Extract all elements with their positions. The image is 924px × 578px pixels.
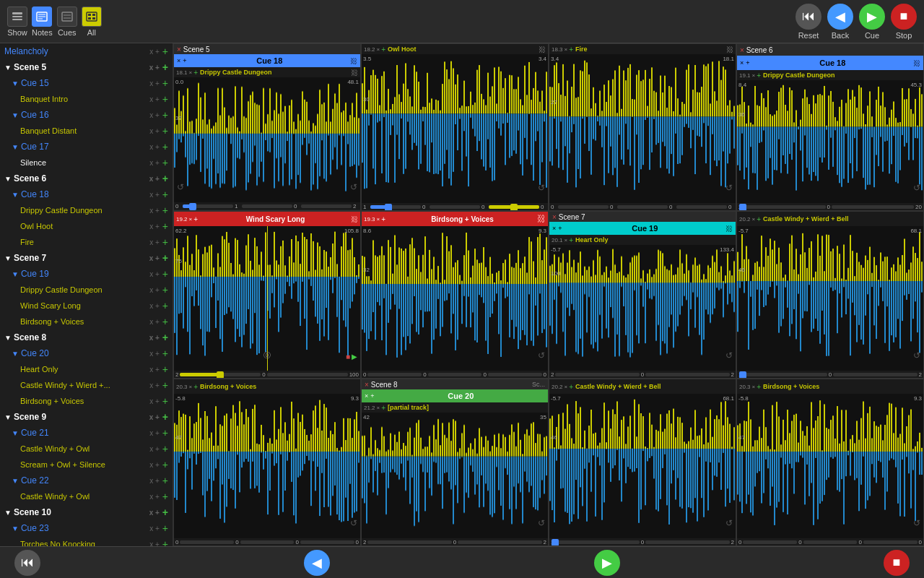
svg-rect-10 xyxy=(87,12,97,21)
reset-button[interactable]: ⏮ Reset xyxy=(796,4,821,40)
all-button[interactable]: All xyxy=(82,7,102,37)
svg-rect-11 xyxy=(88,14,91,16)
birdsong1-label: Birdsong + Voices xyxy=(20,317,149,326)
sidebar-item-banquet-distant[interactable]: Banquet Distant x + + xyxy=(0,123,173,139)
cue22-header[interactable]: ▼ Cue 22 x + + xyxy=(0,473,173,488)
top-bar: Show Notes Cues All xyxy=(0,0,924,43)
scene9-header[interactable]: ▼ Scene 9 x + + xyxy=(0,409,173,425)
content-grid: × Scene 5 × + Cue 18 ⛓ 18.1 × + Drippy C… xyxy=(173,43,924,546)
notes-button[interactable]: Notes xyxy=(32,7,53,37)
all-label: All xyxy=(87,28,96,37)
sidebar-item-drippy2[interactable]: Drippy Castle Dungeon x + + xyxy=(0,282,173,298)
sidebar-item-drippy1[interactable]: Drippy Castle Dungeon x + + xyxy=(0,202,173,218)
track-name-castle-c4: 20.2 × + Castle Windy + Wierd + Bell xyxy=(549,379,736,394)
owl-hoot-label: Owl Hoot xyxy=(20,222,149,230)
sidebar-item-melancholy[interactable]: Melancholy x + + xyxy=(0,43,173,59)
scene10-header[interactable]: ▼ Scene 10 x + + xyxy=(0,504,173,520)
waveform-fire: 3.4 18.1 27 ↺ xyxy=(549,54,736,203)
reset-label: Reset xyxy=(798,31,819,40)
cue23-header[interactable]: ▼ Cue 23 x + + xyxy=(0,520,173,536)
cue17-header[interactable]: ▼ Cue 17 x + + xyxy=(0,139,173,155)
waveform-drippy-c3: 20.1 × + Heart Only -5.7 133.4 100 ↺ 2 xyxy=(549,235,736,378)
sidebar-item-castle-owl2[interactable]: Castle Windy + Owl x + + xyxy=(0,488,173,504)
cue19-bar[interactable]: × + Cue 19 ⛓ xyxy=(549,222,736,235)
silence-label: Silence xyxy=(20,158,149,167)
scene6-header[interactable]: ▼ Scene 6 x + + xyxy=(0,171,173,186)
notes-label: Notes xyxy=(32,28,53,37)
scene5-header[interactable]: ▼ Scene 5 x + + xyxy=(0,59,173,75)
top-bar-left: Show Notes Cues All xyxy=(0,7,173,37)
main-content: Melancholy x + + ▼ Scene 5 x + + ▼ Cue 1… xyxy=(0,43,924,546)
waveform-owl: 3.5 3.4 30 ↺ xyxy=(362,54,548,203)
wf-birdsong-c3-canvas xyxy=(174,394,360,538)
transport-back[interactable]: ◀ xyxy=(304,550,330,576)
sidebar-item-heart-only[interactable]: Heart Only x + + xyxy=(0,361,173,377)
cue15-header[interactable]: ▼ Cue 15 x + + xyxy=(0,75,173,91)
stop-button[interactable]: ■ Stop xyxy=(891,4,917,40)
scene6-label: Scene 6 xyxy=(14,173,149,184)
sidebar-item-owl-hoot[interactable]: Owl Hoot x + + xyxy=(0,218,173,234)
back-button[interactable]: ◀ Back xyxy=(827,4,853,40)
scene10-label: Scene 10 xyxy=(14,507,149,517)
banquet-intro-label: Banquet Intro xyxy=(20,95,149,103)
progress-wind: 2 0 100 xyxy=(174,371,360,378)
progress-owl: 1 0 0 0 xyxy=(362,203,548,210)
cue18-bar-c1r1[interactable]: × + Cue 18 ⛓ xyxy=(174,54,360,67)
sidebar-item-castle-wierd[interactable]: Castle Windy + Wierd +... x + + xyxy=(0,377,173,393)
show-button[interactable]: Show xyxy=(7,7,27,37)
svg-rect-2 xyxy=(12,19,22,20)
castle-owl1-label: Castle Windy + Owl xyxy=(20,444,149,453)
sidebar-item-birdsong1[interactable]: Birdsong + Voices x + + xyxy=(0,314,173,329)
wf-partial-c4-canvas xyxy=(362,413,548,538)
cell-s8-r1: × Scene 8 Sc... × + Cue 20 21.2 × + [par… xyxy=(361,379,549,546)
scene9-label: Scene 9 xyxy=(14,412,149,422)
scene5-title: × Scene 5 xyxy=(174,44,360,54)
cue18-bar-c2[interactable]: × + Cue 18 ⛓ xyxy=(737,56,923,70)
cue19-header[interactable]: ▼ Cue 19 x + + xyxy=(0,266,173,282)
wf-birdsong-red-canvas xyxy=(362,226,548,371)
scene7-header[interactable]: ▼ Scene 7 x + + xyxy=(0,250,173,266)
svg-rect-0 xyxy=(12,12,22,14)
cue16-header[interactable]: ▼ Cue 16 x + + xyxy=(0,107,173,123)
sidebar-item-torches[interactable]: Torches No Knocking x + + xyxy=(0,536,173,546)
track-name-birdsong-c4: 20.3 × + Birdsong + Voices xyxy=(737,379,923,394)
track-name-birdsong-c3: 20.3 × + Birdsong + Voices xyxy=(174,379,360,394)
drippy2-label: Drippy Castle Dungeon xyxy=(20,285,149,294)
transport-stop[interactable]: ■ xyxy=(884,550,910,576)
cue20-header[interactable]: ▼ Cue 20 x + + xyxy=(0,345,173,361)
sidebar-item-scream[interactable]: Scream + Owl + Silence x + + xyxy=(0,457,173,473)
transport-play[interactable]: ▶ xyxy=(594,550,620,576)
stop-label: Stop xyxy=(896,31,912,40)
birdsong2-label: Birdsong + Voices xyxy=(20,397,149,405)
waveform-drippy-c2: 19.1 × + Drippy Castle Dungeon 8.4 45.3 … xyxy=(737,70,923,210)
cue20-label: Cue 20 xyxy=(21,348,149,358)
scene8-header[interactable]: ▼ Scene 8 x + + xyxy=(0,329,173,345)
cue23-label: Cue 23 xyxy=(21,523,149,533)
cue18-header[interactable]: ▼ Cue 18 x + + xyxy=(0,186,173,202)
sidebar-item-birdsong2[interactable]: Birdsong + Voices x + + xyxy=(0,393,173,409)
sidebar-item-banquet-intro[interactable]: Banquet Intro x + + xyxy=(0,91,173,107)
cue20-bar[interactable]: × + Cue 20 xyxy=(362,389,548,402)
top-bar-right: ⏮ Reset ◀ Back ▶ Cue ■ Stop xyxy=(796,4,924,40)
sidebar[interactable]: Melancholy x + + ▼ Scene 5 x + + ▼ Cue 1… xyxy=(0,43,173,546)
waveform-canvas-drippy-c1r1 xyxy=(174,77,360,202)
cue-button[interactable]: ▶ Cue xyxy=(859,4,885,40)
sidebar-item-wind-scary[interactable]: Wind Scary Long x + + xyxy=(0,298,173,314)
progress-fire: 0 0 0 0 xyxy=(549,203,736,210)
sidebar-item-silence[interactable]: Silence x + + xyxy=(0,155,173,171)
wf-birdsong-c4-canvas xyxy=(737,394,923,538)
cell-s7-r2: 20.2 × + Castle Windy + Wierd + Bell -5.… xyxy=(736,211,924,379)
waveform-drippy-c1r1: 0.0 48.1 37 ↺ ↺ xyxy=(174,77,360,202)
wf-castle-c4-canvas xyxy=(549,394,736,538)
melancholy-label: Melancholy xyxy=(4,46,149,56)
cue21-header[interactable]: ▼ Cue 21 x + + xyxy=(0,425,173,441)
cues-label: Cues xyxy=(58,28,77,37)
cues-button[interactable]: Cues xyxy=(57,7,77,37)
track-name-fire: 18.3 × + Fire ⛓ xyxy=(549,44,736,54)
sidebar-item-fire[interactable]: Fire x + + xyxy=(0,234,173,250)
sidebar-item-castle-owl1[interactable]: Castle Windy + Owl x + + xyxy=(0,441,173,457)
transport-reset[interactable]: ⏮ xyxy=(14,550,40,576)
wf-heart-canvas xyxy=(549,245,736,371)
svg-rect-14 xyxy=(92,17,95,20)
cue21-label: Cue 21 xyxy=(21,428,149,438)
